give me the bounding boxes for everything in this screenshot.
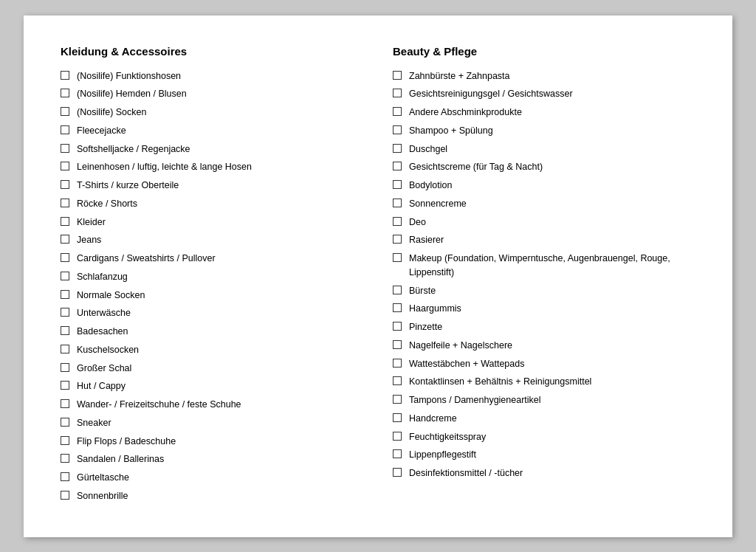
checkbox-icon[interactable]	[393, 286, 402, 294]
list-item[interactable]: Flip Flops / Badeschuhe	[61, 435, 363, 449]
item-label: Leinenhosen / luftig, leichte & lange Ho…	[77, 160, 252, 174]
item-label: Wattestäbchen + Wattepads	[409, 357, 524, 371]
checkbox-icon[interactable]	[393, 432, 402, 441]
checkbox-icon[interactable]	[393, 125, 402, 134]
list-item[interactable]: Handcreme	[393, 412, 695, 426]
list-item[interactable]: Cardigans / Sweatshirts / Pullover	[61, 252, 363, 266]
list-item[interactable]: Jeans	[61, 233, 363, 247]
list-item[interactable]: Badesachen	[61, 325, 363, 339]
item-label: Kontaktlinsen + Behältnis + Reinigungsmi…	[409, 375, 591, 389]
checkbox-icon[interactable]	[393, 303, 402, 312]
list-item[interactable]: Andere Abschminkprodukte	[393, 106, 695, 120]
list-item[interactable]: Tampons / Damenhygieneartikel	[393, 393, 695, 407]
list-item[interactable]: Duschgel	[393, 142, 695, 156]
list-item[interactable]: Leinenhosen / luftig, leichte & lange Ho…	[61, 160, 363, 174]
checkbox-icon[interactable]	[61, 162, 69, 170]
list-item[interactable]: Pinzette	[393, 320, 695, 334]
checkbox-icon[interactable]	[393, 89, 402, 97]
checkbox-icon[interactable]	[61, 381, 69, 390]
checkbox-icon[interactable]	[61, 272, 69, 280]
checkbox-icon[interactable]	[61, 491, 69, 500]
list-item[interactable]: Kuschelsocken	[61, 343, 363, 357]
checkbox-icon[interactable]	[393, 162, 402, 170]
checkbox-icon[interactable]	[61, 363, 69, 372]
list-item[interactable]: Sonnencreme	[393, 197, 695, 211]
item-label: (Nosilife) Socken	[77, 106, 146, 120]
checkbox-icon[interactable]	[393, 376, 402, 385]
checkbox-icon[interactable]	[393, 217, 402, 226]
list-item[interactable]: Kleider	[61, 215, 363, 230]
list-item[interactable]: Zahnbürste + Zahnpasta	[393, 69, 695, 83]
item-label: Desinfektionsmittel / -tücher	[409, 466, 523, 480]
checkbox-icon[interactable]	[61, 290, 69, 299]
list-item[interactable]: Bodylotion	[393, 179, 695, 193]
checkbox-icon[interactable]	[393, 199, 402, 207]
checkbox-icon[interactable]	[61, 436, 69, 445]
checkbox-icon[interactable]	[393, 180, 402, 189]
list-item[interactable]: Röcke / Shorts	[61, 197, 363, 211]
checkbox-icon[interactable]	[61, 345, 69, 353]
checkbox-icon[interactable]	[61, 217, 69, 226]
list-item[interactable]: Kontaktlinsen + Behältnis + Reinigungsmi…	[393, 375, 695, 389]
checkbox-icon[interactable]	[393, 253, 402, 262]
list-item[interactable]: Rasierer	[393, 233, 695, 247]
list-item[interactable]: Gesichtscreme (für Tag & Nacht)	[393, 160, 695, 174]
list-item[interactable]: (Nosilife) Socken	[61, 106, 363, 120]
checkbox-icon[interactable]	[61, 71, 69, 80]
checkbox-icon[interactable]	[393, 144, 402, 153]
checkbox-icon[interactable]	[393, 340, 402, 349]
checkbox-icon[interactable]	[61, 107, 69, 116]
checkbox-icon[interactable]	[61, 125, 69, 134]
checkbox-icon[interactable]	[393, 449, 402, 458]
list-item[interactable]: Fleecejacke	[61, 124, 363, 138]
checkbox-icon[interactable]	[61, 399, 69, 408]
item-label: Wander- / Freizeitschuhe / feste Schuhe	[77, 398, 241, 412]
list-item[interactable]: Sandalen / Ballerinas	[61, 452, 363, 466]
list-item[interactable]: Softshelljacke / Regenjacke	[61, 142, 363, 156]
checkbox-icon[interactable]	[61, 199, 69, 207]
checkbox-icon[interactable]	[61, 253, 69, 262]
checkbox-icon[interactable]	[393, 322, 402, 331]
list-item[interactable]: Gürteltasche	[61, 471, 363, 485]
list-item[interactable]: Sonnenbrille	[61, 489, 363, 503]
checkbox-icon[interactable]	[393, 468, 402, 477]
checkbox-icon[interactable]	[393, 107, 402, 116]
list-item[interactable]: (Nosilife) Hemden / Blusen	[61, 87, 363, 101]
list-item[interactable]: Nagelfeile + Nagelschere	[393, 339, 695, 353]
list-item[interactable]: Unterwäsche	[61, 306, 363, 320]
item-label: Jeans	[77, 233, 101, 247]
list-item[interactable]: Desinfektionsmittel / -tücher	[393, 466, 695, 480]
checkbox-icon[interactable]	[393, 359, 402, 368]
checkbox-icon[interactable]	[61, 418, 69, 427]
list-item[interactable]: Deo	[393, 215, 695, 230]
checkbox-icon[interactable]	[61, 326, 69, 335]
checkbox-icon[interactable]	[61, 472, 69, 481]
checkbox-icon[interactable]	[61, 308, 69, 317]
checkbox-icon[interactable]	[61, 180, 69, 189]
checkbox-icon[interactable]	[393, 413, 402, 422]
checkbox-icon[interactable]	[393, 395, 402, 404]
list-item[interactable]: Schlafanzug	[61, 270, 363, 284]
list-item[interactable]: Gesichtsreinigungsgel / Gesichtswasser	[393, 87, 695, 101]
checkbox-icon[interactable]	[61, 235, 69, 244]
list-item[interactable]: Hut / Cappy	[61, 379, 363, 393]
list-item[interactable]: (Nosilife) Funktionshosen	[61, 69, 363, 83]
checkbox-icon[interactable]	[61, 89, 69, 97]
list-item[interactable]: Feuchtigkeitsspray	[393, 430, 695, 444]
list-item[interactable]: Makeup (Foundation, Wimperntusche, Augen…	[393, 252, 695, 280]
list-item[interactable]: Großer Schal	[61, 362, 363, 376]
checkbox-icon[interactable]	[61, 144, 69, 153]
checkbox-icon[interactable]	[393, 235, 402, 244]
list-item[interactable]: Lippenpflegestift	[393, 448, 695, 462]
list-item[interactable]: Shampoo + Spülung	[393, 124, 695, 138]
item-label: Sonnencreme	[409, 197, 467, 211]
list-item[interactable]: Wander- / Freizeitschuhe / feste Schuhe	[61, 398, 363, 412]
list-item[interactable]: Normale Socken	[61, 289, 363, 303]
list-item[interactable]: Sneaker	[61, 416, 363, 430]
checkbox-icon[interactable]	[61, 454, 69, 463]
list-item[interactable]: Bürste	[393, 284, 695, 298]
checkbox-icon[interactable]	[393, 71, 402, 80]
list-item[interactable]: Haargummis	[393, 302, 695, 316]
list-item[interactable]: Wattestäbchen + Wattepads	[393, 357, 695, 371]
list-item[interactable]: T-Shirts / kurze Oberteile	[61, 179, 363, 193]
